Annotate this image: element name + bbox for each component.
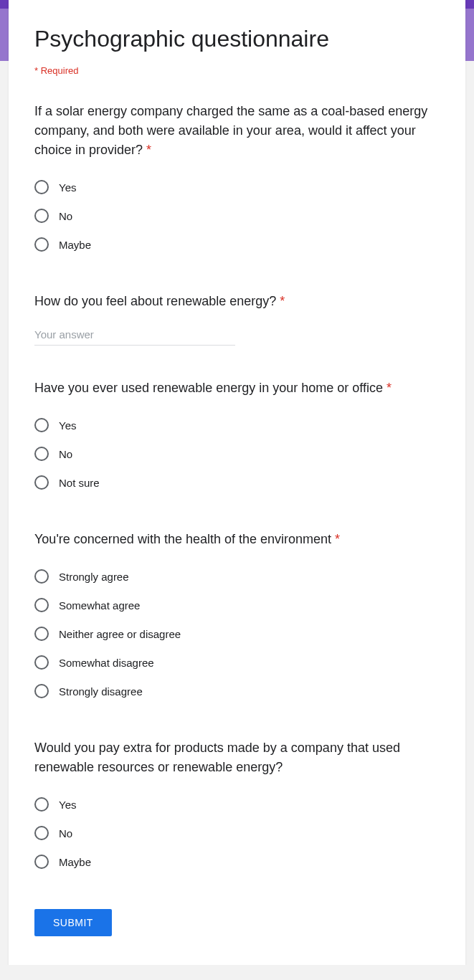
required-note: * Required <box>34 65 440 76</box>
radio-option[interactable]: Yes <box>34 411 440 439</box>
answer-input[interactable] <box>34 324 235 346</box>
option-label: Strongly disagree <box>59 685 143 698</box>
option-label: Yes <box>59 419 76 432</box>
option-label: Somewhat disagree <box>59 657 154 669</box>
radio-icon <box>34 180 49 194</box>
radio-option[interactable]: No <box>34 439 440 468</box>
radio-option[interactable]: Not sure <box>34 468 440 497</box>
radio-icon <box>34 684 49 698</box>
option-label: Yes <box>59 799 76 811</box>
radio-icon <box>34 826 49 840</box>
radio-icon <box>34 598 49 612</box>
radio-icon <box>34 855 49 869</box>
question-block: Have you ever used renewable energy in y… <box>34 379 440 497</box>
radio-option[interactable]: Maybe <box>34 230 440 259</box>
radio-icon <box>34 655 49 670</box>
question-text: Have you ever used renewable energy in y… <box>34 379 440 398</box>
question-label: Would you pay extra for products made by… <box>34 741 400 774</box>
question-text: Would you pay extra for products made by… <box>34 738 440 777</box>
question-label: How do you feel about renewable energy? <box>34 294 280 308</box>
radio-option[interactable]: Strongly agree <box>34 562 440 591</box>
option-label: No <box>59 827 72 839</box>
question-text: You're concerned with the health of the … <box>34 530 440 549</box>
radio-option[interactable]: Yes <box>34 790 440 819</box>
radio-option[interactable]: No <box>34 201 440 230</box>
radio-icon <box>34 797 49 812</box>
radio-option[interactable]: Neither agree or disagree <box>34 619 440 648</box>
option-label: Yes <box>59 181 76 194</box>
option-label: Not sure <box>59 477 100 489</box>
option-label: No <box>59 210 72 222</box>
question-block: Would you pay extra for products made by… <box>34 738 440 876</box>
required-asterisk: * <box>280 294 285 308</box>
radio-icon <box>34 447 49 461</box>
required-asterisk: * <box>335 532 340 546</box>
question-label: If a solar energy company charged the sa… <box>34 104 427 157</box>
form-title: Psychographic questionnaire <box>34 26 440 52</box>
radio-option[interactable]: Somewhat agree <box>34 591 440 619</box>
form-card: Psychographic questionnaire * Required I… <box>9 0 465 965</box>
question-block: You're concerned with the health of the … <box>34 530 440 705</box>
option-label: Strongly agree <box>59 571 129 583</box>
radio-icon <box>34 418 49 432</box>
option-label: No <box>59 448 72 460</box>
radio-icon <box>34 237 49 252</box>
option-label: Somewhat agree <box>59 599 140 612</box>
option-label: Neither agree or disagree <box>59 628 181 640</box>
option-label: Maybe <box>59 856 91 868</box>
radio-icon <box>34 475 49 490</box>
radio-icon <box>34 209 49 223</box>
required-asterisk: * <box>387 381 392 395</box>
radio-option[interactable]: Strongly disagree <box>34 677 440 705</box>
radio-option[interactable]: Somewhat disagree <box>34 648 440 677</box>
option-label: Maybe <box>59 239 91 251</box>
question-text: If a solar energy company charged the sa… <box>34 102 440 160</box>
question-block: How do you feel about renewable energy? … <box>34 292 440 346</box>
question-text: How do you feel about renewable energy? … <box>34 292 440 311</box>
radio-option[interactable]: No <box>34 819 440 847</box>
submit-button[interactable]: SUBMIT <box>34 909 112 936</box>
question-block: If a solar energy company charged the sa… <box>34 102 440 259</box>
radio-option[interactable]: Maybe <box>34 847 440 876</box>
question-label: You're concerned with the health of the … <box>34 532 335 546</box>
question-label: Have you ever used renewable energy in y… <box>34 381 387 395</box>
radio-option[interactable]: Yes <box>34 173 440 201</box>
radio-icon <box>34 627 49 641</box>
radio-icon <box>34 569 49 584</box>
required-asterisk: * <box>146 143 151 157</box>
